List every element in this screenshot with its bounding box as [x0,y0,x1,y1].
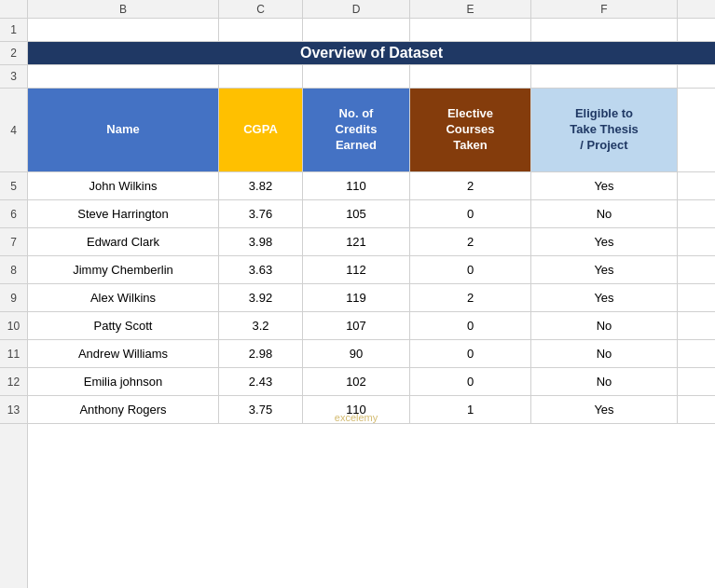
row-num-1[interactable]: 1 [0,19,27,42]
cell-cgpa-7[interactable]: 3.98 [219,228,303,255]
cell-c1[interactable] [219,19,303,41]
header-eligible: Eligible to Take Thesis / Project [531,89,678,171]
cell-f1[interactable] [531,19,678,41]
cell-e3[interactable] [410,65,531,88]
row-num-6[interactable]: 6 [0,200,27,228]
row-num-12[interactable]: 12 [0,368,27,396]
row-5: John Wilkins 3.82 110 2 Yes [28,172,715,200]
cell-name-10[interactable]: Patty Scott [28,312,219,339]
cell-eligible-8[interactable]: Yes [531,256,678,283]
cell-credits-12[interactable]: 102 [303,368,410,395]
col-header-e[interactable]: E [410,0,531,18]
spreadsheet: B C D E F 1 2 3 4 5 6 7 8 9 10 11 12 13 [0,0,715,588]
cell-name-6[interactable]: Steve Harrington [28,200,219,227]
cell-elective-6[interactable]: 0 [410,200,531,227]
col-header-d[interactable]: D [303,0,410,18]
cell-elective-10[interactable]: 0 [410,312,531,339]
cell-credits-11[interactable]: 90 [303,340,410,367]
cell-name-13[interactable]: Anthony Rogers [28,396,219,423]
cell-f3[interactable] [531,65,678,88]
cell-credits-6[interactable]: 105 [303,200,410,227]
cell-credits-9[interactable]: 119 [303,284,410,311]
cell-elective-8[interactable]: 0 [410,256,531,283]
cell-eligible-6[interactable]: No [531,200,678,227]
cell-name-8[interactable]: Jimmy Chemberlin [28,256,219,283]
cell-name-5[interactable]: John Wilkins [28,172,219,199]
row-10: Patty Scott 3.2 107 0 No [28,312,715,340]
cell-cgpa-8[interactable]: 3.63 [219,256,303,283]
cell-cgpa-12[interactable]: 2.43 [219,368,303,395]
cell-name-7[interactable]: Edward Clark [28,228,219,255]
cell-eligible-7[interactable]: Yes [531,228,678,255]
cell-credits-5[interactable]: 110 [303,172,410,199]
row-num-9[interactable]: 9 [0,284,27,312]
cell-e1[interactable] [410,19,531,41]
cell-cgpa-9[interactable]: 3.92 [219,284,303,311]
grid-body: 1 2 3 4 5 6 7 8 9 10 11 12 13 [0,19,715,588]
cell-credits-10[interactable]: 107 [303,312,410,339]
cell-eligible-13[interactable]: Yes [531,396,678,423]
cell-cgpa-11[interactable]: 2.98 [219,340,303,367]
title-cell: Overview of Dataset [28,42,715,64]
row-13: Anthony Rogers 3.75 110 excelemy 1 Yes [28,396,715,424]
cell-elective-7[interactable]: 2 [410,228,531,255]
row-1 [28,19,715,42]
row-num-5[interactable]: 5 [0,172,27,200]
header-elective: Elective Courses Taken [410,89,531,171]
row-numbers: 1 2 3 4 5 6 7 8 9 10 11 12 13 [0,19,28,588]
cell-name-9[interactable]: Alex Wilkins [28,284,219,311]
corner-cell [0,0,28,18]
header-cgpa: CGPA [219,89,303,171]
col-header-b[interactable]: B [28,0,219,18]
cell-eligible-10[interactable]: No [531,312,678,339]
cell-cgpa-6[interactable]: 3.76 [219,200,303,227]
row-num-13[interactable]: 13 [0,396,27,424]
cell-eligible-11[interactable]: No [531,340,678,367]
row-num-7[interactable]: 7 [0,228,27,256]
row-num-3[interactable]: 3 [0,65,27,89]
cell-credits-13[interactable]: 110 excelemy [303,396,410,423]
cell-d1[interactable] [303,19,410,41]
cell-cgpa-5[interactable]: 3.82 [219,172,303,199]
row-2-title: Overview of Dataset [28,42,715,65]
cell-elective-11[interactable]: 0 [410,340,531,367]
row-12: Emilia johnson 2.43 102 0 No [28,368,715,396]
cell-eligible-9[interactable]: Yes [531,284,678,311]
row-4-headers: Name CGPA No. of Credits Earned Elective… [28,89,715,172]
cell-b1[interactable] [28,19,219,41]
column-header-row: B C D E F [0,0,715,19]
cell-credits-7[interactable]: 121 [303,228,410,255]
header-credits: No. of Credits Earned [303,89,410,171]
row-9: Alex Wilkins 3.92 119 2 Yes [28,284,715,312]
grid-content: Overview of Dataset Name CGPA No. of [28,19,715,588]
header-name: Name [28,89,219,171]
cell-cgpa-13[interactable]: 3.75 [219,396,303,423]
row-num-11[interactable]: 11 [0,340,27,368]
cell-elective-9[interactable]: 2 [410,284,531,311]
cell-c3[interactable] [219,65,303,88]
cell-b3[interactable] [28,65,219,88]
cell-d3[interactable] [303,65,410,88]
cell-elective-13[interactable]: 1 [410,396,531,423]
cell-name-11[interactable]: Andrew Williams [28,340,219,367]
cell-eligible-12[interactable]: No [531,368,678,395]
row-8: Jimmy Chemberlin 3.63 112 0 Yes [28,256,715,284]
cell-credits-8[interactable]: 112 [303,256,410,283]
cell-elective-5[interactable]: 2 [410,172,531,199]
col-header-c[interactable]: C [219,0,303,18]
cell-name-12[interactable]: Emilia johnson [28,368,219,395]
row-11: Andrew Williams 2.98 90 0 No [28,340,715,368]
row-6: Steve Harrington 3.76 105 0 No [28,200,715,228]
row-num-10[interactable]: 10 [0,312,27,340]
row-num-4[interactable]: 4 [0,89,27,172]
row-num-8[interactable]: 8 [0,256,27,284]
col-header-f[interactable]: F [531,0,678,18]
row-7: Edward Clark 3.98 121 2 Yes [28,228,715,256]
row-3 [28,65,715,89]
cell-elective-12[interactable]: 0 [410,368,531,395]
row-num-2[interactable]: 2 [0,42,27,65]
cell-eligible-5[interactable]: Yes [531,172,678,199]
cell-cgpa-10[interactable]: 3.2 [219,312,303,339]
